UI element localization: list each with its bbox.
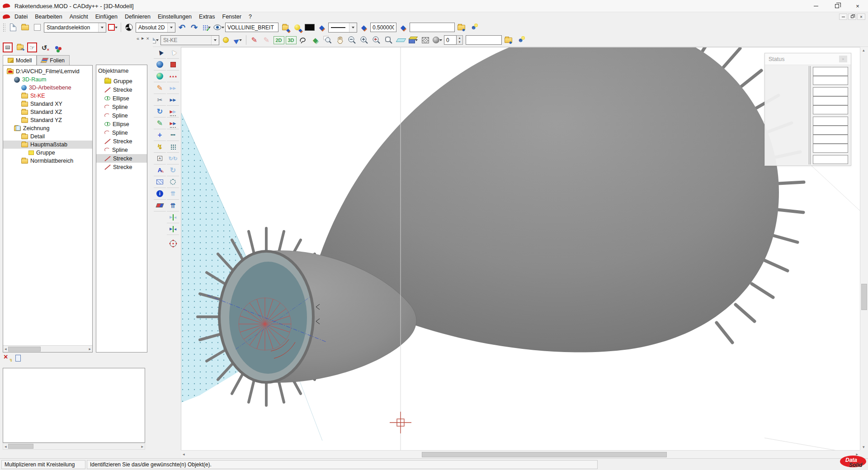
line-width-field[interactable]: [370, 23, 396, 32]
mode-3d-button[interactable]: 3D: [285, 35, 297, 46]
text-edit-button[interactable]: A ✎: [154, 164, 166, 176]
line-type-field[interactable]: [225, 23, 278, 32]
dock-collapse-icon[interactable]: «: [137, 36, 139, 41]
dock-close-icon[interactable]: ×: [146, 36, 149, 41]
status-field[interactable]: [813, 155, 848, 164]
attribute-library-button[interactable]: ☻: [456, 22, 467, 33]
hscroll-thumb[interactable]: [422, 452, 667, 457]
tree-item-normblattbereich[interactable]: Normblattbereich: [3, 157, 92, 165]
surface-tool-button[interactable]: [154, 70, 166, 82]
notes-box[interactable]: [3, 368, 145, 443]
attribute-highlight-button[interactable]: ☻: [468, 22, 479, 33]
object-item-selected[interactable]: Strecke: [96, 154, 147, 163]
object-item[interactable]: Spline: [96, 111, 147, 120]
object-item[interactable]: Spline: [96, 146, 147, 154]
array-linear-button[interactable]: •••: [167, 129, 179, 141]
extra-field[interactable]: [410, 23, 455, 32]
sketch-pencil-button[interactable]: ✎: [154, 82, 166, 94]
model-tree[interactable]: D:\AVCHD_Filme\Lernvid 3D-Raum 3D-Arbeit…: [3, 65, 93, 352]
scroll-thumb[interactable]: [8, 444, 33, 449]
erase-button[interactable]: [154, 200, 166, 212]
object-item[interactable]: Strecke: [96, 137, 147, 146]
apply-linewidth-button[interactable]: ◆: [397, 22, 409, 33]
menu-bearbeiten[interactable]: Bearbeiten: [31, 13, 66, 21]
rotate-copy-button[interactable]: ↻: [167, 164, 179, 176]
menu-einstellungen[interactable]: Einstellungen: [154, 13, 195, 21]
redo-button[interactable]: ↷: [189, 22, 200, 33]
status-field[interactable]: [813, 67, 848, 76]
apply-linestyle-button[interactable]: ◆: [358, 22, 369, 33]
zoom-out-button[interactable]: [346, 35, 358, 46]
spinner-up[interactable]: ▴: [457, 36, 462, 40]
move-copy-button[interactable]: ▶▶: [167, 94, 179, 106]
status-field[interactable]: [813, 87, 848, 96]
tree-item-gruppe[interactable]: Gruppe: [3, 149, 92, 157]
workplane-combo[interactable]: St-KE: [160, 35, 219, 45]
sphere-tool-button[interactable]: [154, 59, 166, 70]
mode-2d-button[interactable]: 2D: [273, 35, 284, 46]
zoom-window-button[interactable]: [322, 35, 333, 46]
eraser-tool-button[interactable]: [3, 42, 13, 52]
point-snap-button[interactable]: +: [154, 129, 166, 141]
edit-pencil-button[interactable]: ✎: [154, 118, 166, 129]
clipboard-icon[interactable]: [15, 355, 21, 362]
menu-hilfe[interactable]: ?: [245, 13, 255, 21]
spinner-down[interactable]: ▾: [457, 40, 462, 45]
workplane-button[interactable]: [395, 35, 406, 46]
detail-spinner[interactable]: 0 ▴▾: [444, 35, 463, 45]
menu-datei[interactable]: Datei: [11, 13, 31, 21]
highlight-button-2[interactable]: ☻: [515, 35, 526, 46]
status-field[interactable]: [813, 135, 848, 144]
dimension-button[interactable]: A: [154, 153, 166, 164]
dropdown-arrow[interactable]: [156, 39, 159, 42]
import-folder-button[interactable]: ↷: [15, 42, 25, 52]
scroll-thumb[interactable]: [8, 347, 41, 352]
align-light-button[interactable]: ▶◂: [167, 212, 179, 223]
apply-color-button[interactable]: ◆: [316, 22, 327, 33]
scroll-up-icon[interactable]: ▴: [863, 48, 865, 52]
combo-arrow[interactable]: [98, 23, 106, 32]
status-field[interactable]: [813, 126, 848, 135]
apply-green-button[interactable]: ◆: [310, 35, 321, 46]
status-field[interactable]: [813, 117, 848, 126]
rotate-tool-button[interactable]: ↻: [154, 106, 166, 118]
tree-item-3d-raum[interactable]: 3D-Raum: [3, 75, 92, 84]
menu-definieren[interactable]: Definieren: [121, 13, 154, 21]
dropdown-arrow[interactable]: [439, 39, 442, 42]
color-swatch-button[interactable]: [304, 22, 315, 33]
translate-light-button[interactable]: ▶▶: [167, 106, 179, 118]
scroll-left-icon[interactable]: ◂: [3, 347, 8, 351]
mdi-minimize-button[interactable]: [839, 14, 847, 20]
restore-button[interactable]: [826, 0, 847, 12]
mirror-up-button[interactable]: ⇈: [167, 200, 179, 212]
combo-arrow[interactable]: [349, 23, 357, 32]
selection-mode-combo[interactable]: Standardselektion: [44, 23, 106, 33]
mdi-close-button[interactable]: ×: [857, 14, 865, 20]
object-item[interactable]: Spline: [96, 103, 147, 111]
rotate-reset-button[interactable]: ↺ ×: [39, 42, 49, 52]
dock-expand-icon[interactable]: ▸: [142, 35, 144, 41]
white-cursor-button[interactable]: ▶: [167, 47, 179, 59]
coord-mode-combo[interactable]: Absolut 2D: [136, 23, 175, 33]
object-item[interactable]: Strecke: [96, 85, 147, 94]
tree-hscrollbar[interactable]: ◂ ▸: [3, 345, 92, 352]
notes-hscrollbar[interactable]: ◂ ▸: [3, 443, 145, 450]
tree-item-st-ke[interactable]: St-KE: [3, 92, 92, 100]
draw-pencil-inactive-button[interactable]: ✎: [261, 35, 272, 46]
3d-viewport[interactable]: Status ×: [181, 47, 860, 450]
view-direction-button[interactable]: ▶: [232, 35, 244, 46]
new-document-button[interactable]: [7, 22, 19, 33]
combo-arrow[interactable]: [167, 23, 175, 32]
zoom-extents-button[interactable]: [383, 35, 394, 46]
tab-folien[interactable]: Folien: [37, 55, 70, 65]
zoom-in-button[interactable]: [359, 35, 370, 46]
close-button[interactable]: ×: [847, 0, 868, 12]
tree-item-standard-xz[interactable]: Standard XZ: [3, 108, 92, 116]
node-button[interactable]: [220, 35, 231, 46]
rocket-nozzle-model[interactable]: [198, 47, 804, 405]
combo-arrow[interactable]: [211, 36, 219, 45]
library-button-2[interactable]: ☻: [503, 35, 514, 46]
render-mode-button[interactable]: [123, 22, 135, 33]
array-grid-button[interactable]: [167, 141, 179, 153]
zoom-previous-button[interactable]: [371, 35, 382, 46]
